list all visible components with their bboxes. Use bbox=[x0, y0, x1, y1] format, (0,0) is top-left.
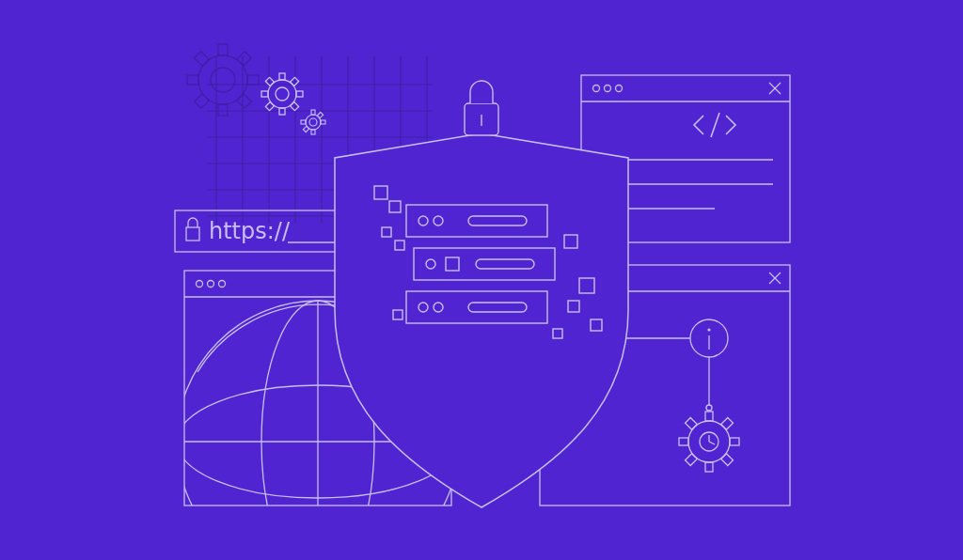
svg-line-90 bbox=[709, 442, 715, 444]
svg-rect-55 bbox=[186, 227, 199, 241]
svg-rect-16 bbox=[218, 44, 228, 55]
padlock-icon bbox=[186, 218, 199, 241]
svg-rect-20 bbox=[237, 52, 252, 67]
svg-point-60 bbox=[208, 281, 214, 288]
svg-point-59 bbox=[197, 281, 203, 288]
svg-rect-21 bbox=[195, 94, 210, 109]
close-icon bbox=[769, 272, 781, 284]
svg-rect-19 bbox=[247, 75, 259, 85]
svg-line-50 bbox=[711, 113, 719, 137]
svg-rect-18 bbox=[187, 75, 198, 85]
svg-point-25 bbox=[276, 87, 289, 101]
svg-point-24 bbox=[198, 55, 247, 104]
svg-rect-34 bbox=[290, 101, 298, 110]
svg-point-45 bbox=[593, 86, 600, 92]
svg-rect-42 bbox=[303, 126, 308, 132]
svg-rect-38 bbox=[311, 130, 315, 134]
svg-rect-22 bbox=[195, 52, 210, 67]
svg-rect-29 bbox=[261, 91, 268, 97]
close-icon bbox=[769, 83, 781, 94]
svg-point-73 bbox=[707, 328, 710, 331]
info-icon bbox=[690, 319, 728, 357]
svg-rect-85 bbox=[721, 418, 734, 430]
svg-rect-27 bbox=[279, 73, 285, 80]
svg-point-15 bbox=[211, 68, 235, 92]
svg-rect-17 bbox=[218, 104, 228, 116]
svg-rect-87 bbox=[686, 418, 698, 430]
svg-rect-82 bbox=[705, 462, 713, 472]
gear-icon bbox=[679, 412, 739, 472]
svg-point-47 bbox=[616, 86, 623, 92]
svg-rect-23 bbox=[237, 94, 252, 109]
address-bar-scheme: https:// bbox=[209, 218, 291, 244]
svg-rect-88 bbox=[721, 454, 734, 466]
svg-rect-41 bbox=[317, 112, 323, 117]
window-dots-icon bbox=[197, 281, 226, 288]
svg-rect-39 bbox=[301, 120, 306, 124]
padlock-icon bbox=[465, 81, 498, 135]
svg-rect-86 bbox=[686, 454, 698, 466]
svg-point-35 bbox=[309, 118, 317, 126]
svg-rect-81 bbox=[705, 412, 713, 421]
gear-icon bbox=[261, 73, 303, 115]
svg-rect-83 bbox=[679, 438, 688, 445]
window-dots-icon bbox=[593, 86, 623, 92]
code-icon bbox=[694, 113, 735, 137]
svg-point-46 bbox=[605, 86, 611, 92]
gear-icon bbox=[187, 44, 259, 116]
svg-rect-32 bbox=[265, 101, 274, 110]
svg-point-61 bbox=[219, 281, 226, 288]
svg-rect-84 bbox=[730, 438, 739, 445]
svg-rect-30 bbox=[296, 91, 303, 97]
shield-icon bbox=[335, 133, 628, 507]
